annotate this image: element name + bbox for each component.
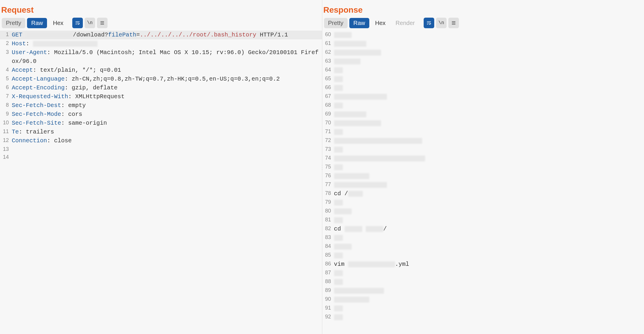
line-number: 77 (322, 181, 334, 188)
response-panel: ⋮ Response Pretty Raw Hex Render \n 60x6… (322, 0, 644, 334)
response-wrap-lines-icon[interactable] (424, 18, 434, 28)
redacted-text: x (334, 41, 366, 47)
request-tab-pretty[interactable]: Pretty (2, 18, 25, 28)
redacted-text: x (334, 235, 343, 241)
line-content: x (334, 163, 644, 172)
redacted-text: x (334, 217, 343, 223)
response-tab-pretty[interactable]: Pretty (324, 18, 348, 28)
code-line: 8Sec-Fetch-Dest: empty (0, 101, 322, 110)
line-number: 69 (322, 110, 334, 118)
line-number: 89 (322, 286, 334, 294)
code-line: 4Accept: text/plain, */*; q=0.01 (0, 66, 322, 75)
code-line: 12Connection: close (0, 136, 322, 145)
line-content: x (334, 207, 644, 216)
request-editor[interactable]: 1GET x/download?filePath=../../../../../… (0, 31, 322, 334)
line-number: 12 (0, 136, 12, 144)
line-number: 63 (322, 57, 334, 65)
line-content: x (334, 128, 644, 136)
code-line: 14 (0, 153, 322, 161)
line-number: 86 (322, 260, 334, 268)
line-number: 14 (0, 153, 12, 161)
line-number: 78 (322, 189, 334, 197)
redacted-text: x (334, 208, 352, 214)
line-content: x (334, 216, 644, 225)
redacted-text: x (334, 156, 425, 161)
code-line: 68x (322, 101, 644, 110)
redacted-text: x (334, 85, 343, 91)
line-content: x (334, 181, 644, 189)
redacted-text: x (334, 129, 343, 135)
code-line: 10Sec-Fetch-Site: same-origin (0, 119, 322, 128)
request-tab-raw[interactable]: Raw (27, 18, 47, 28)
line-content: x (334, 39, 644, 48)
line-number: 10 (0, 119, 12, 127)
code-line: 83x (322, 233, 644, 242)
response-show-newlines-icon[interactable]: \n (436, 18, 447, 28)
line-number: 92 (322, 313, 334, 321)
request-tab-hex[interactable]: Hex (49, 18, 68, 28)
line-number: 76 (322, 172, 334, 180)
redacted-text: x (366, 226, 383, 232)
line-number: 70 (322, 119, 334, 127)
line-number: 64 (322, 66, 334, 74)
line-content: x (334, 242, 644, 251)
line-content: x (334, 145, 644, 154)
redacted-text: x (334, 279, 343, 285)
response-menu-icon[interactable] (448, 18, 459, 28)
line-content: x (334, 48, 644, 57)
code-line: 61x (322, 39, 644, 48)
redacted-text: x (26, 32, 73, 38)
response-tab-render[interactable]: Render (391, 18, 419, 28)
line-number: 3 (0, 48, 12, 56)
code-line: 73x (322, 145, 644, 154)
code-line: 91x (322, 304, 644, 313)
code-line: 86vim x.yml (322, 260, 644, 269)
code-line: 5Accept-Language: zh-CN,zh;q=0.8,zh-TW;q… (0, 75, 322, 84)
response-tab-hex[interactable]: Hex (371, 18, 390, 28)
line-number: 74 (322, 154, 334, 162)
line-content: Host: x (12, 39, 322, 48)
line-number: 4 (0, 66, 12, 74)
line-content: X-Requested-With: XMLHttpRequest (12, 92, 322, 101)
line-content: x (334, 101, 644, 110)
code-line: 90x (322, 295, 644, 304)
redacted-text: x (334, 59, 360, 64)
line-content: x (334, 57, 644, 66)
line-content: cd /x (334, 189, 644, 198)
line-content: GET x/download?filePath=../../../../../r… (12, 31, 322, 39)
line-number: 83 (322, 233, 334, 241)
response-tab-raw[interactable]: Raw (349, 18, 369, 28)
redacted-text: x (334, 270, 343, 276)
code-line: 13 (0, 145, 322, 153)
line-number: 91 (322, 304, 334, 312)
line-number: 84 (322, 242, 334, 250)
code-line: 65x (322, 75, 644, 84)
line-number: 80 (322, 207, 334, 215)
redacted-text: x (334, 138, 422, 144)
code-line: 87x (322, 269, 644, 278)
response-editor[interactable]: 60x61x62x63x64x65x66x67x68x69x70x71x72x7… (322, 31, 644, 334)
code-line: 74x (322, 154, 644, 163)
line-content: Accept-Encoding: gzip, deflate (12, 84, 322, 92)
redacted-text: x (345, 226, 362, 232)
wrap-lines-icon[interactable] (72, 18, 83, 28)
line-content: x (334, 172, 644, 181)
line-number: 72 (322, 136, 334, 144)
redacted-text: x (334, 111, 366, 117)
code-line: 88x (322, 278, 644, 286)
line-content: x (334, 304, 644, 313)
code-line: 71x (322, 128, 644, 136)
code-line: 78cd /x (322, 189, 644, 198)
code-line: 76x (322, 172, 644, 181)
line-content: Sec-Fetch-Mode: cors (12, 110, 322, 119)
line-number: 71 (322, 128, 334, 136)
line-number: 85 (322, 251, 334, 259)
code-line: 82cd x x/ (322, 225, 644, 233)
code-line: 3User-Agent: Mozilla/5.0 (Macintosh; Int… (0, 48, 322, 66)
line-content: Te: trailers (12, 128, 322, 136)
redacted-text: x (334, 200, 343, 206)
request-menu-icon[interactable] (97, 18, 108, 28)
show-newlines-icon[interactable]: \n (85, 18, 95, 28)
line-number: 66 (322, 84, 334, 91)
line-number: 13 (0, 145, 12, 153)
